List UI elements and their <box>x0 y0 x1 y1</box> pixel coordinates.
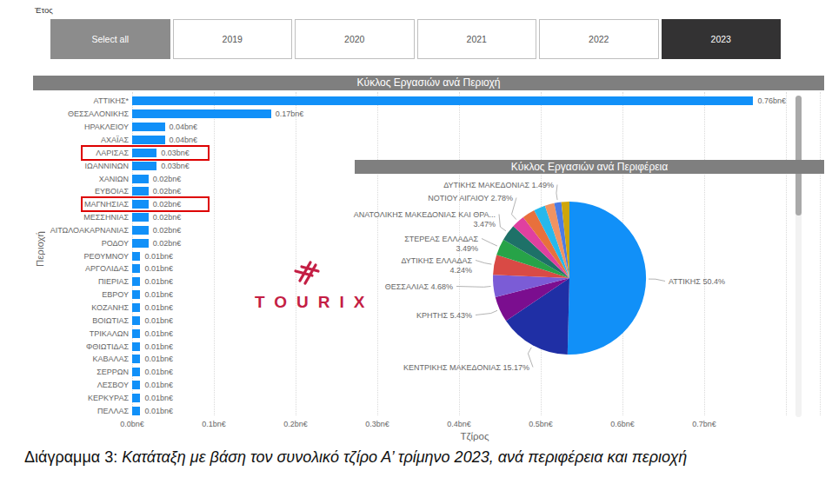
report-page: Έτος Select all20192020202120222023 Κύκλ… <box>0 0 832 504</box>
category-label: ΘΕΣΣΑΛΟΝΙΚΗΣ <box>33 109 134 118</box>
value-label: 0.01bn€ <box>140 264 173 273</box>
value-label: 0.02bn€ <box>149 187 182 196</box>
category-label: ΤΡΙΚΑΛΩΝ <box>33 329 134 338</box>
year-option-2021[interactable]: 2021 <box>417 19 537 59</box>
value-label: 0.04bn€ <box>165 123 198 131</box>
pie-leader-line <box>482 239 497 247</box>
category-label: ΠΙΕΡΙΑΣ <box>33 277 134 286</box>
pie-chart: ΑΤΤΙΚΗΣ 50.4%ΚΕΝΤΡΙΚΗΣ ΜΑΚΕΔΟΝΙΑΣ 15.17%… <box>355 176 824 404</box>
pie-slice-αττικης[interactable] <box>568 202 646 355</box>
pie-label: ΝΟΤΙΟΥ ΑΙΓΑΙΟΥ 2.78% <box>428 194 513 202</box>
category-label: ΛΕΣΒΟΥ <box>33 381 134 389</box>
pie-label: ΔΥΤΙΚΗΣ ΜΑΚΕΔΟΝΙΑΣ 1.49% <box>443 181 554 189</box>
category-label: ΡΕΘΥΜΝΟΥ <box>33 252 134 261</box>
bar[interactable] <box>132 226 149 235</box>
x-tick-label: 0.5bn€ <box>529 420 553 428</box>
bar[interactable] <box>132 290 140 299</box>
value-label: 0.02bn€ <box>149 239 182 248</box>
bar-row: ΑΤΤΙΚΗΣ*0.76bn€ <box>33 95 798 108</box>
caption-body: Κατάταξη με βάση τον συνολικό τζίρο Α’ τ… <box>122 448 687 466</box>
category-label: ΚΕΡΚΥΡΑΣ <box>33 394 134 402</box>
category-label: ΑΤΤΙΚΗΣ* <box>33 96 134 105</box>
category-label: ΚΟΖΑΝΗΣ <box>33 303 134 312</box>
value-label: 0.76bn€ <box>753 96 786 105</box>
tourix-logo-text: TOURIX <box>245 293 367 312</box>
annotation-box-λαρισας <box>81 145 210 161</box>
bar[interactable] <box>132 187 149 196</box>
value-label: 0.01bn€ <box>140 252 173 261</box>
value-label: 0.01bn€ <box>140 394 173 402</box>
x-tick-label: 0.1bn€ <box>202 420 226 428</box>
bar[interactable] <box>132 316 140 325</box>
value-label: 0.01bn€ <box>140 303 173 312</box>
value-label: 0.02bn€ <box>149 175 182 183</box>
x-tick-label: 0.6bn€ <box>610 420 635 428</box>
caption-prefix: Διάγραμμα 3: <box>24 448 117 466</box>
value-label: 0.01bn€ <box>140 342 173 351</box>
bar[interactable] <box>132 329 140 338</box>
year-option-2019[interactable]: 2019 <box>173 19 293 59</box>
pie-label: ΔΥΤΙΚΗΣ ΕΛΛΑΔΑΣ4.24% <box>401 256 472 275</box>
value-label: 0.01bn€ <box>140 329 173 338</box>
annotation-box-μαγνησιας <box>81 196 210 212</box>
year-slicer-label: Έτος <box>35 5 53 15</box>
category-label: ΑΙΤΩΛΟΑΚΑΡΝΑΝΙΑΣ <box>33 226 134 235</box>
pie-label: ΚΡΗΤΗΣ 5.43% <box>416 311 472 320</box>
pie-leader-line <box>476 261 491 265</box>
bar[interactable] <box>132 252 140 261</box>
pie-leader-line <box>456 287 491 288</box>
bar[interactable] <box>132 277 140 286</box>
bar[interactable] <box>132 239 149 248</box>
bar[interactable] <box>132 162 156 170</box>
category-label: ΑΧΑΪΑΣ <box>33 136 134 144</box>
figure-caption: Διάγραμμα 3:Κατάταξη με βάση τον συνολικ… <box>24 446 751 470</box>
bar[interactable] <box>132 368 140 376</box>
bar[interactable] <box>132 175 149 183</box>
value-label: 0.01bn€ <box>140 277 173 286</box>
category-label: ΙΩΑΝΝΙΝΩΝ <box>33 162 134 170</box>
category-label: ΚΑΒΑΛΑΣ <box>33 355 134 363</box>
bar[interactable] <box>132 303 140 312</box>
bar[interactable] <box>132 136 165 144</box>
bar[interactable] <box>132 264 140 273</box>
bar[interactable] <box>132 123 165 131</box>
x-tick-label: 0.7bn€ <box>692 420 716 428</box>
bar[interactable] <box>132 355 140 363</box>
bar[interactable] <box>132 381 140 389</box>
value-label: 0.02bn€ <box>149 226 182 235</box>
year-option-2020[interactable]: 2020 <box>295 19 415 59</box>
category-label: ΕΒΡΟΥ <box>33 290 134 299</box>
tourix-logo-icon <box>292 260 320 286</box>
bar-row: ΗΡΑΚΛΕΙΟΥ0.04bn€ <box>33 121 798 134</box>
bar[interactable] <box>132 213 149 222</box>
category-label: ΦΘΙΩΤΙΔΑΣ <box>33 342 134 351</box>
year-option-select-all[interactable]: Select all <box>50 19 170 59</box>
tourix-logo: TOURIX <box>245 260 367 312</box>
bar[interactable] <box>132 96 753 105</box>
category-label: ΠΕΛΛΑΣ <box>33 407 134 415</box>
category-label: ΕΥΒΟΙΑΣ <box>33 187 134 196</box>
value-label: 0.01bn€ <box>140 381 173 389</box>
bar[interactable] <box>132 109 271 118</box>
pie-label: ΘΕΣΣΑΛΙΑΣ 4.68% <box>385 282 453 291</box>
value-label: 0.01bn€ <box>140 407 173 415</box>
year-option-2023[interactable]: 2023 <box>662 19 782 59</box>
bar[interactable] <box>132 407 140 415</box>
value-label: 0.03bn€ <box>156 162 190 170</box>
pie-chart-title-bar: Κύκλος Εργασιών ανά Περιφέρεια <box>355 160 824 174</box>
bar[interactable] <box>132 342 140 351</box>
value-label: 0.17bn€ <box>271 109 304 118</box>
pie-leader-line <box>649 279 665 281</box>
x-tick-label: 0.4bn€ <box>447 420 471 428</box>
category-label: ΡΟΔΟΥ <box>33 239 134 248</box>
year-option-2022[interactable]: 2022 <box>539 19 659 59</box>
x-tick-label: 0.2bn€ <box>283 420 308 428</box>
x-axis-title: Τζίρος <box>460 431 489 441</box>
pie-label: ΚΕΝΤΡΙΚΗΣ ΜΑΚΕΔΟΝΙΑΣ 15.17% <box>403 363 529 372</box>
value-label: 0.01bn€ <box>140 368 173 376</box>
bar[interactable] <box>132 394 140 402</box>
bar-row: ΠΕΛΛΑΣ0.01bn€ <box>33 404 798 417</box>
category-label: ΑΡΓΟΛΙΔΑΣ <box>33 264 134 273</box>
bar-chart-title-bar: Κύκλος Εργασιών ανά Περιοχή <box>33 76 824 90</box>
value-label: 0.01bn€ <box>140 355 173 363</box>
